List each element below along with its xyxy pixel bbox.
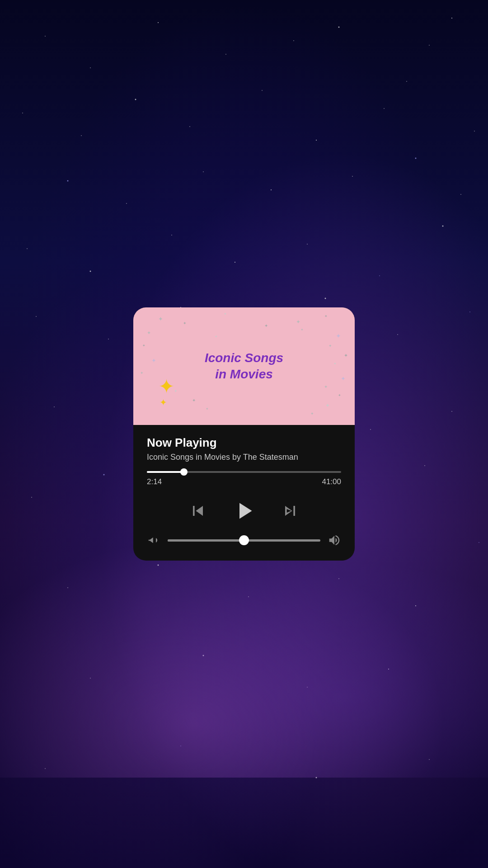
total-time: 41:00 — [322, 477, 341, 486]
volume-track[interactable] — [168, 539, 320, 542]
controls-row — [133, 486, 355, 529]
skip-next-button[interactable] — [280, 501, 300, 521]
yellow-sparkle-small: ✦ — [160, 397, 167, 408]
player-card: ✦ ✦ ✦ ✦ ✦ ✦ ✦ ✦ ✦ ✦ ✦ ✦ ✦ ✦ ✦ ✦ ✦ ✦ ✦ ✦ … — [133, 307, 355, 561]
current-time: 2:14 — [147, 477, 162, 486]
progress-section[interactable]: 2:14 41:00 — [133, 462, 355, 486]
volume-thumb — [239, 535, 249, 545]
volume-low-icon — [147, 533, 160, 547]
skip-prev-button[interactable] — [188, 501, 208, 521]
yellow-sparkle-big: ✦ — [158, 375, 175, 398]
album-art: ✦ ✦ ✦ ✦ ✦ ✦ ✦ ✦ ✦ ✦ ✦ ✦ ✦ ✦ ✦ ✦ ✦ ✦ ✦ ✦ … — [133, 307, 355, 425]
skip-prev-icon — [188, 501, 208, 521]
progress-bar-track[interactable] — [147, 471, 341, 473]
volume-fill — [168, 539, 244, 542]
volume-row[interactable] — [133, 529, 355, 547]
album-art-title: Iconic Songs in Movies — [205, 350, 283, 383]
progress-thumb — [180, 468, 188, 476]
play-icon — [230, 497, 258, 524]
time-row: 2:14 41:00 — [147, 477, 341, 486]
now-playing-label: Now Playing — [147, 436, 341, 450]
skip-next-icon — [280, 501, 300, 521]
play-button[interactable] — [230, 497, 258, 524]
volume-high-icon — [328, 533, 341, 547]
track-info: Iconic Songs in Movies by The Statesman — [147, 453, 341, 462]
progress-bar-fill — [147, 471, 184, 473]
player-info: Now Playing Iconic Songs in Movies by Th… — [133, 425, 355, 462]
